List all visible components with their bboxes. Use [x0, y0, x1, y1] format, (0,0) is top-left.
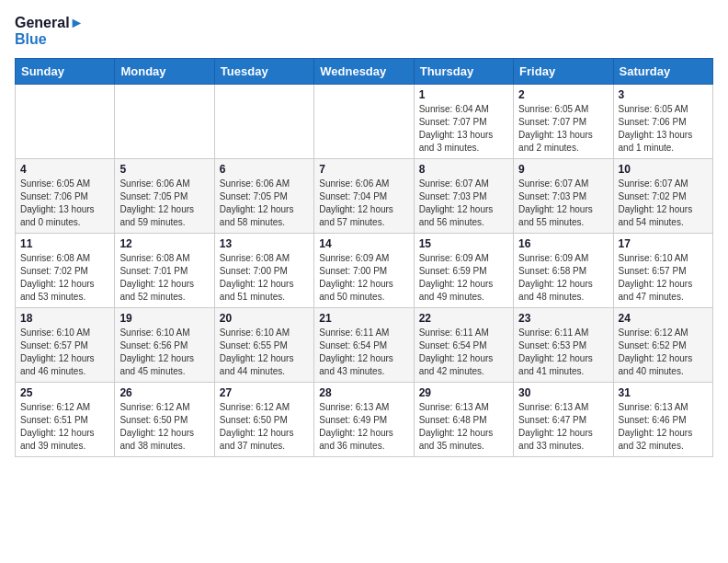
day-number: 23: [518, 312, 608, 325]
logo-wordmark: General► Blue: [15, 15, 84, 47]
calendar-cell: 25Sunrise: 6:12 AM Sunset: 6:51 PM Dayli…: [16, 383, 115, 457]
calendar-cell: 31Sunrise: 6:13 AM Sunset: 6:46 PM Dayli…: [613, 383, 712, 457]
day-info: Sunrise: 6:11 AM Sunset: 6:54 PM Dayligh…: [319, 327, 408, 378]
day-info: Sunrise: 6:13 AM Sunset: 6:46 PM Dayligh…: [619, 401, 708, 453]
day-number: 19: [119, 312, 209, 325]
day-info: Sunrise: 6:05 AM Sunset: 7:07 PM Dayligh…: [518, 103, 608, 155]
day-number: 30: [518, 386, 608, 399]
calendar-cell: 19Sunrise: 6:10 AM Sunset: 6:56 PM Dayli…: [115, 308, 214, 383]
calendar-week-5: 25Sunrise: 6:12 AM Sunset: 6:51 PM Dayli…: [16, 383, 713, 457]
day-info: Sunrise: 6:07 AM Sunset: 7:03 PM Dayligh…: [518, 178, 608, 229]
calendar-cell: 9Sunrise: 6:07 AM Sunset: 7:03 PM Daylig…: [514, 159, 613, 234]
day-number: 11: [20, 237, 109, 250]
day-number: 14: [319, 237, 408, 250]
day-info: Sunrise: 6:12 AM Sunset: 6:51 PM Dayligh…: [20, 401, 109, 453]
calendar-cell: 14Sunrise: 6:09 AM Sunset: 7:00 PM Dayli…: [314, 234, 414, 308]
day-info: Sunrise: 6:10 AM Sunset: 6:57 PM Dayligh…: [619, 252, 708, 304]
calendar-cell: 1Sunrise: 6:04 AM Sunset: 7:07 PM Daylig…: [414, 85, 513, 159]
day-info: Sunrise: 6:09 AM Sunset: 6:59 PM Dayligh…: [419, 252, 508, 304]
calendar-cell: 28Sunrise: 6:13 AM Sunset: 6:49 PM Dayli…: [314, 383, 414, 457]
day-number: 12: [119, 237, 209, 250]
calendar-cell: 3Sunrise: 6:05 AM Sunset: 7:06 PM Daylig…: [613, 85, 712, 159]
day-number: 20: [220, 312, 309, 325]
calendar-cell: 22Sunrise: 6:11 AM Sunset: 6:54 PM Dayli…: [414, 308, 513, 383]
calendar-cell: 18Sunrise: 6:10 AM Sunset: 6:57 PM Dayli…: [16, 308, 115, 383]
column-header-tuesday: Tuesday: [214, 59, 313, 85]
day-number: 2: [518, 88, 608, 101]
calendar-cell: 8Sunrise: 6:07 AM Sunset: 7:03 PM Daylig…: [414, 159, 513, 234]
day-number: 17: [619, 237, 708, 250]
day-info: Sunrise: 6:13 AM Sunset: 6:47 PM Dayligh…: [518, 401, 608, 453]
calendar-cell: 7Sunrise: 6:06 AM Sunset: 7:04 PM Daylig…: [314, 159, 414, 234]
day-info: Sunrise: 6:11 AM Sunset: 6:53 PM Dayligh…: [518, 327, 608, 378]
calendar-week-4: 18Sunrise: 6:10 AM Sunset: 6:57 PM Dayli…: [16, 308, 713, 383]
calendar-header-row: SundayMondayTuesdayWednesdayThursdayFrid…: [16, 59, 713, 85]
day-number: 28: [319, 386, 408, 399]
day-info: Sunrise: 6:10 AM Sunset: 6:55 PM Dayligh…: [220, 327, 309, 378]
day-number: 26: [119, 386, 209, 399]
day-number: 25: [20, 386, 109, 399]
calendar-cell: 15Sunrise: 6:09 AM Sunset: 6:59 PM Dayli…: [414, 234, 513, 308]
calendar-cell: 13Sunrise: 6:08 AM Sunset: 7:00 PM Dayli…: [214, 234, 313, 308]
calendar-cell: 26Sunrise: 6:12 AM Sunset: 6:50 PM Dayli…: [115, 383, 214, 457]
day-number: 3: [619, 88, 708, 101]
calendar-week-1: 1Sunrise: 6:04 AM Sunset: 7:07 PM Daylig…: [16, 85, 713, 159]
day-info: Sunrise: 6:07 AM Sunset: 7:02 PM Dayligh…: [619, 178, 708, 229]
day-info: Sunrise: 6:12 AM Sunset: 6:52 PM Dayligh…: [619, 327, 708, 378]
calendar-cell: 11Sunrise: 6:08 AM Sunset: 7:02 PM Dayli…: [16, 234, 115, 308]
calendar-cell: 24Sunrise: 6:12 AM Sunset: 6:52 PM Dayli…: [613, 308, 712, 383]
day-number: 24: [619, 312, 708, 325]
column-header-saturday: Saturday: [613, 59, 712, 85]
calendar-cell: 20Sunrise: 6:10 AM Sunset: 6:55 PM Dayli…: [214, 308, 313, 383]
day-info: Sunrise: 6:05 AM Sunset: 7:06 PM Dayligh…: [619, 103, 708, 155]
calendar-cell: 4Sunrise: 6:05 AM Sunset: 7:06 PM Daylig…: [16, 159, 115, 234]
calendar-cell: 30Sunrise: 6:13 AM Sunset: 6:47 PM Dayli…: [514, 383, 613, 457]
day-number: 31: [619, 386, 708, 399]
calendar-cell: 21Sunrise: 6:11 AM Sunset: 6:54 PM Dayli…: [314, 308, 414, 383]
day-info: Sunrise: 6:12 AM Sunset: 6:50 PM Dayligh…: [220, 401, 309, 453]
day-number: 10: [619, 163, 708, 176]
day-number: 18: [20, 312, 109, 325]
calendar-week-2: 4Sunrise: 6:05 AM Sunset: 7:06 PM Daylig…: [16, 159, 713, 234]
day-info: Sunrise: 6:05 AM Sunset: 7:06 PM Dayligh…: [20, 178, 109, 229]
day-number: 15: [419, 237, 508, 250]
day-info: Sunrise: 6:08 AM Sunset: 7:00 PM Dayligh…: [220, 252, 309, 304]
day-info: Sunrise: 6:09 AM Sunset: 7:00 PM Dayligh…: [319, 252, 408, 304]
day-info: Sunrise: 6:06 AM Sunset: 7:05 PM Dayligh…: [119, 178, 209, 229]
day-info: Sunrise: 6:10 AM Sunset: 6:56 PM Dayligh…: [119, 327, 209, 378]
day-number: 6: [220, 163, 309, 176]
calendar-cell: 17Sunrise: 6:10 AM Sunset: 6:57 PM Dayli…: [613, 234, 712, 308]
day-number: 1: [419, 88, 508, 101]
calendar-cell: 2Sunrise: 6:05 AM Sunset: 7:07 PM Daylig…: [514, 85, 613, 159]
day-number: 21: [319, 312, 408, 325]
column-header-friday: Friday: [514, 59, 613, 85]
column-header-wednesday: Wednesday: [314, 59, 414, 85]
calendar-cell: [214, 85, 313, 159]
day-number: 13: [220, 237, 309, 250]
day-info: Sunrise: 6:13 AM Sunset: 6:48 PM Dayligh…: [419, 401, 508, 453]
day-info: Sunrise: 6:04 AM Sunset: 7:07 PM Dayligh…: [419, 103, 508, 155]
page-header: General► Blue: [15, 15, 713, 47]
calendar-cell: 5Sunrise: 6:06 AM Sunset: 7:05 PM Daylig…: [115, 159, 214, 234]
day-info: Sunrise: 6:11 AM Sunset: 6:54 PM Dayligh…: [419, 327, 508, 378]
day-info: Sunrise: 6:06 AM Sunset: 7:04 PM Dayligh…: [319, 178, 408, 229]
day-number: 16: [518, 237, 608, 250]
column-header-sunday: Sunday: [16, 59, 115, 85]
day-number: 8: [419, 163, 508, 176]
calendar-cell: 10Sunrise: 6:07 AM Sunset: 7:02 PM Dayli…: [613, 159, 712, 234]
calendar-cell: 12Sunrise: 6:08 AM Sunset: 7:01 PM Dayli…: [115, 234, 214, 308]
day-number: 4: [20, 163, 109, 176]
calendar-cell: 16Sunrise: 6:09 AM Sunset: 6:58 PM Dayli…: [514, 234, 613, 308]
calendar-cell: 27Sunrise: 6:12 AM Sunset: 6:50 PM Dayli…: [214, 383, 313, 457]
logo: General► Blue: [15, 15, 84, 47]
day-info: Sunrise: 6:10 AM Sunset: 6:57 PM Dayligh…: [20, 327, 109, 378]
day-info: Sunrise: 6:08 AM Sunset: 7:01 PM Dayligh…: [119, 252, 209, 304]
day-info: Sunrise: 6:06 AM Sunset: 7:05 PM Dayligh…: [220, 178, 309, 229]
day-number: 29: [419, 386, 508, 399]
column-header-monday: Monday: [115, 59, 214, 85]
day-info: Sunrise: 6:09 AM Sunset: 6:58 PM Dayligh…: [518, 252, 608, 304]
day-info: Sunrise: 6:08 AM Sunset: 7:02 PM Dayligh…: [20, 252, 109, 304]
calendar-cell: [16, 85, 115, 159]
calendar-table: SundayMondayTuesdayWednesdayThursdayFrid…: [15, 58, 713, 457]
calendar-cell: 23Sunrise: 6:11 AM Sunset: 6:53 PM Dayli…: [514, 308, 613, 383]
